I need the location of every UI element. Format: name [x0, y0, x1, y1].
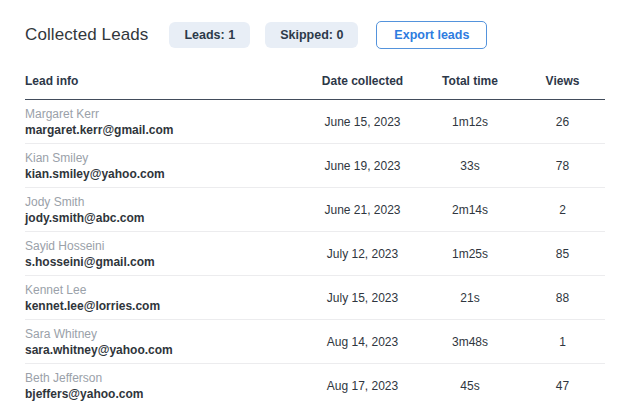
views-cell: 2	[520, 188, 605, 232]
lead-name: Sayid Hosseini	[25, 238, 305, 254]
views-cell: 26	[520, 100, 605, 144]
views-cell: 78	[520, 144, 605, 188]
date-collected-cell: June 15, 2023	[305, 100, 420, 144]
views-cell: 85	[520, 232, 605, 276]
lead-info-cell: Margaret Kerr margaret.kerr@gmail.com	[25, 100, 305, 144]
date-collected-cell: June 19, 2023	[305, 144, 420, 188]
date-collected-cell: Aug 14, 2023	[305, 320, 420, 364]
lead-email: margaret.kerr@gmail.com	[25, 122, 305, 138]
column-header-lead-info: Lead info	[25, 66, 305, 100]
lead-email: kian.smiley@yahoo.com	[25, 166, 305, 182]
lead-name: Kennet Lee	[25, 282, 305, 298]
table-row: Sara Whitney sara.whitney@yahoo.com Aug …	[25, 320, 605, 364]
lead-name: Beth Jefferson	[25, 370, 305, 386]
page-title: Collected Leads	[25, 25, 148, 45]
export-leads-button[interactable]: Export leads	[376, 21, 487, 49]
date-collected-cell: Aug 17, 2023	[305, 364, 420, 408]
lead-email: sara.whitney@yahoo.com	[25, 342, 305, 358]
lead-name: Jody Smith	[25, 194, 305, 210]
column-header-views: Views	[520, 66, 605, 100]
leads-table-header: Lead info Date collected Total time View…	[25, 66, 605, 100]
collected-leads-panel: Collected Leads Leads: 1 Skipped: 0 Expo…	[0, 0, 630, 408]
table-row: Kennet Lee kennet.lee@lorries.com July 1…	[25, 276, 605, 320]
lead-info-cell: Beth Jefferson bjeffers@yahoo.com	[25, 364, 305, 408]
lead-email: s.hosseini@gmail.com	[25, 254, 305, 270]
lead-info-cell: Sayid Hosseini s.hosseini@gmail.com	[25, 232, 305, 276]
lead-info-cell: Kian Smiley kian.smiley@yahoo.com	[25, 144, 305, 188]
total-time-cell: 33s	[420, 144, 520, 188]
total-time-cell: 2m14s	[420, 188, 520, 232]
table-row: Kian Smiley kian.smiley@yahoo.com June 1…	[25, 144, 605, 188]
lead-name: Kian Smiley	[25, 150, 305, 166]
total-time-cell: 21s	[420, 276, 520, 320]
lead-info-cell: Sara Whitney sara.whitney@yahoo.com	[25, 320, 305, 364]
total-time-cell: 1m12s	[420, 100, 520, 144]
lead-email: bjeffers@yahoo.com	[25, 386, 305, 402]
column-header-total-time: Total time	[420, 66, 520, 100]
total-time-cell: 3m48s	[420, 320, 520, 364]
lead-name: Margaret Kerr	[25, 106, 305, 122]
table-row: Margaret Kerr margaret.kerr@gmail.com Ju…	[25, 100, 605, 144]
views-cell: 47	[520, 364, 605, 408]
total-time-cell: 1m25s	[420, 232, 520, 276]
leads-count-badge: Leads: 1	[169, 22, 250, 48]
table-row: Sayid Hosseini s.hosseini@gmail.com July…	[25, 232, 605, 276]
date-collected-cell: July 12, 2023	[305, 232, 420, 276]
views-cell: 1	[520, 320, 605, 364]
lead-email: kennet.lee@lorries.com	[25, 298, 305, 314]
date-collected-cell: June 21, 2023	[305, 188, 420, 232]
lead-info-cell: Jody Smith jody.smith@abc.com	[25, 188, 305, 232]
skipped-count-badge: Skipped: 0	[265, 22, 358, 48]
header-bar: Collected Leads Leads: 1 Skipped: 0 Expo…	[25, 22, 605, 48]
date-collected-cell: July 15, 2023	[305, 276, 420, 320]
lead-email: jody.smith@abc.com	[25, 210, 305, 226]
views-cell: 88	[520, 276, 605, 320]
leads-table: Lead info Date collected Total time View…	[25, 66, 605, 408]
table-row: Jody Smith jody.smith@abc.com June 21, 2…	[25, 188, 605, 232]
table-row: Beth Jefferson bjeffers@yahoo.com Aug 17…	[25, 364, 605, 408]
lead-name: Sara Whitney	[25, 326, 305, 342]
column-header-date-collected: Date collected	[305, 66, 420, 100]
lead-info-cell: Kennet Lee kennet.lee@lorries.com	[25, 276, 305, 320]
total-time-cell: 45s	[420, 364, 520, 408]
leads-table-body: Margaret Kerr margaret.kerr@gmail.com Ju…	[25, 100, 605, 408]
